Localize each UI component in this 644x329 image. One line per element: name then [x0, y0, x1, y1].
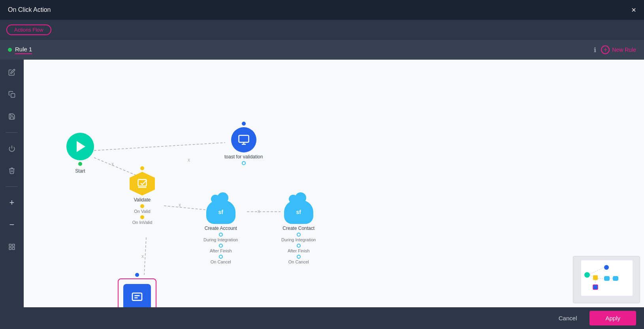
tab-bar: Actions Flow — [0, 20, 644, 40]
rule-status-dot — [8, 48, 12, 52]
toolbar-separator-2 — [6, 186, 18, 187]
error-msg-icon — [123, 284, 151, 307]
validate-node[interactable]: Validate On Valid On InValid — [130, 165, 155, 225]
create-contact-node[interactable]: sf Create Contact During Integration Aft… — [281, 194, 316, 264]
modal-container: On Click Action × Actions Flow Rule 1 ℹ … — [0, 0, 644, 329]
validate-shape — [130, 172, 155, 196]
start-output-dot — [78, 162, 82, 166]
validate-input-dot — [140, 166, 144, 170]
svg-line-10 — [144, 237, 146, 275]
left-toolbar: + − — [0, 60, 24, 307]
plus-circle-icon: + — [601, 45, 610, 54]
create-account-cancel-label: On Cancel — [211, 259, 231, 264]
validate-invalid-dot — [140, 215, 144, 219]
rule-actions: ℹ + New Rule — [594, 45, 636, 54]
svg-text:x: x — [258, 209, 260, 214]
create-account-finish-dot — [219, 244, 223, 248]
save-icon[interactable] — [6, 110, 18, 123]
create-contact-cancel-dot — [297, 255, 301, 259]
copy-icon[interactable] — [6, 88, 18, 101]
svg-text:x: x — [141, 254, 144, 259]
canvas-wrapper: + − x — [0, 60, 644, 307]
validate-label: Validate — [134, 197, 151, 203]
svg-rect-30 — [613, 276, 618, 281]
svg-rect-2 — [9, 244, 11, 246]
cancel-button[interactable]: Cancel — [551, 312, 585, 325]
error-msg-input-dot — [135, 273, 139, 277]
new-rule-button[interactable]: + New Rule — [601, 45, 636, 54]
edit-icon[interactable] — [6, 66, 18, 79]
svg-rect-27 — [593, 275, 598, 280]
mini-map-inner — [573, 256, 640, 303]
svg-rect-31 — [593, 285, 598, 290]
svg-text:x: x — [188, 157, 190, 163]
svg-rect-21 — [132, 293, 142, 301]
svg-text:x: x — [179, 202, 181, 208]
create-contact-finish-label: After Finish — [288, 248, 310, 253]
mini-map-svg — [573, 256, 640, 303]
mini-map — [573, 256, 640, 303]
create-account-node[interactable]: sf Create Account During Integration Aft… — [203, 194, 238, 264]
error-msg-wrapper — [118, 278, 156, 307]
toast-output-dot — [242, 161, 246, 165]
svg-rect-26 — [584, 272, 590, 278]
validate-invalid-label: On InValid — [132, 220, 153, 225]
zoom-in-icon[interactable]: + — [6, 196, 18, 209]
start-label: Start — [75, 168, 85, 174]
create-account-label: Create Account — [205, 226, 237, 231]
svg-rect-5 — [9, 248, 11, 250]
flow-canvas[interactable]: x x x x x Start — [24, 60, 644, 307]
create-account-cancel-dot — [219, 255, 223, 259]
toolbar-separator — [6, 132, 18, 133]
create-contact-label: Create Contact — [282, 226, 314, 231]
play-icon — [77, 141, 85, 152]
rule-name: Rule 1 — [15, 46, 32, 54]
power-icon[interactable] — [6, 142, 18, 155]
svg-line-7 — [94, 143, 225, 150]
start-node[interactable]: Start — [66, 133, 94, 174]
apply-button[interactable]: Apply — [589, 311, 636, 325]
create-contact-cloud: sf — [284, 200, 313, 224]
svg-text:x: x — [111, 161, 114, 167]
error-msg-node[interactable]: error msg — [118, 272, 156, 307]
footer: Cancel Apply — [0, 307, 644, 329]
new-rule-label: New Rule — [612, 47, 636, 53]
close-button[interactable]: × — [631, 6, 636, 14]
svg-rect-28 — [604, 265, 609, 270]
connections-svg: x x x x x — [24, 60, 644, 307]
svg-rect-3 — [13, 244, 15, 246]
create-account-finish-label: After Finish — [210, 248, 232, 253]
fit-icon[interactable] — [6, 241, 18, 253]
toast-label: toast for validation — [224, 154, 263, 160]
validate-valid-label: On Valid — [134, 209, 150, 214]
create-account-cloud: sf — [206, 200, 235, 224]
create-account-during-dot — [219, 233, 223, 237]
validate-valid-dot — [140, 204, 144, 208]
modal-header: On Click Action × — [0, 0, 644, 20]
create-contact-during-label: During Integration — [281, 237, 316, 242]
svg-rect-18 — [239, 135, 249, 143]
svg-line-8 — [164, 206, 205, 210]
tab-actions-flow[interactable]: Actions Flow — [6, 24, 51, 35]
create-contact-during-dot — [297, 233, 301, 237]
toast-input-dot — [242, 122, 246, 126]
create-contact-cancel-label: On Cancel — [288, 259, 309, 264]
toast-node[interactable]: toast for validation — [224, 121, 263, 166]
zoom-out-icon[interactable]: − — [6, 218, 18, 231]
info-icon[interactable]: ℹ — [594, 46, 596, 54]
rule-bar: Rule 1 ℹ + New Rule — [0, 40, 644, 60]
delete-icon[interactable] — [6, 164, 18, 177]
svg-rect-0 — [11, 94, 15, 98]
toast-circle — [231, 127, 256, 152]
start-circle — [66, 133, 94, 160]
svg-rect-4 — [13, 248, 15, 250]
rule-label: Rule 1 — [8, 46, 32, 54]
modal-title: On Click Action — [8, 6, 51, 13]
create-account-during-label: During Integration — [203, 237, 238, 242]
svg-rect-29 — [604, 276, 610, 281]
create-contact-finish-dot — [297, 244, 301, 248]
